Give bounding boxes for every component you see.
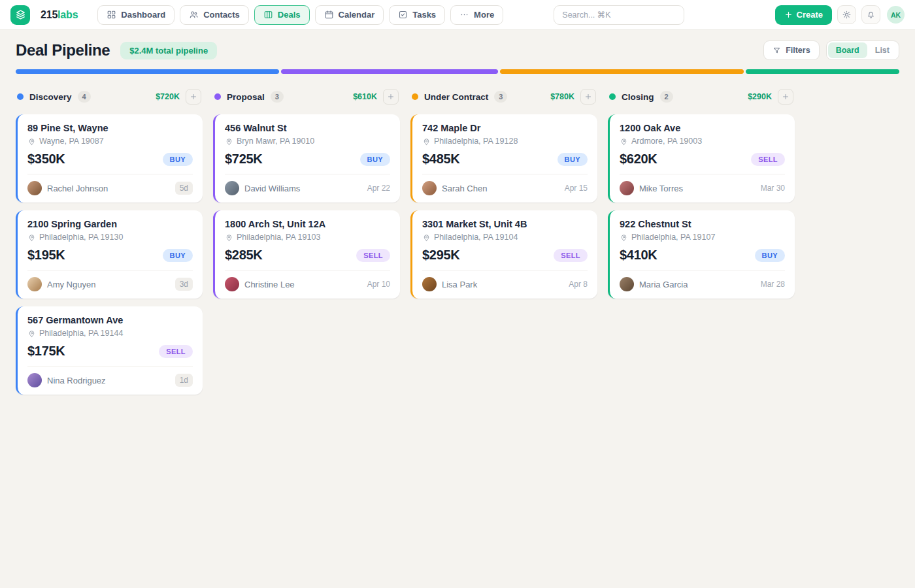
deal-location: Wayne, PA 19087 bbox=[39, 137, 104, 146]
board-column: Proposal 3 $610K 456 Walnut St Bryn Mawr… bbox=[213, 88, 400, 299]
notifications-button[interactable] bbox=[861, 5, 880, 24]
filter-icon bbox=[773, 46, 781, 55]
add-card-button[interactable] bbox=[778, 89, 793, 105]
deal-card[interactable]: 3301 Market St, Unit 4B Philadelphia, PA… bbox=[410, 210, 597, 299]
deal-address: 742 Maple Dr bbox=[422, 123, 588, 133]
agent-avatar bbox=[225, 181, 239, 195]
deal-type-badge: SELL bbox=[159, 345, 193, 358]
deal-type-badge: SELL bbox=[356, 249, 390, 262]
user-avatar[interactable]: AK bbox=[887, 6, 905, 24]
view-toggle: Board List bbox=[826, 41, 899, 60]
brand-prefix: 215 bbox=[41, 9, 58, 20]
deal-location: Philadelphia, PA 19103 bbox=[237, 233, 320, 242]
nav-item-contacts[interactable]: Contacts bbox=[180, 5, 249, 25]
deal-address: 1800 Arch St, Unit 12A bbox=[225, 219, 390, 229]
deal-card[interactable]: 2100 Spring Garden Philadelphia, PA 1913… bbox=[16, 210, 203, 299]
total-pipeline-badge: $2.4M total pipeline bbox=[120, 42, 217, 59]
filters-button[interactable]: Filters bbox=[763, 41, 820, 60]
view-list-button[interactable]: List bbox=[867, 42, 897, 58]
bell-icon bbox=[866, 10, 876, 20]
deal-address: 567 Germantown Ave bbox=[27, 315, 193, 325]
deal-card[interactable]: 1800 Arch St, Unit 12A Philadelphia, PA … bbox=[213, 210, 400, 299]
deal-price: $195K bbox=[27, 248, 65, 263]
deal-type-badge: BUY bbox=[755, 249, 785, 262]
create-label: Create bbox=[797, 10, 823, 20]
agent-name: Amy Nguyen bbox=[47, 280, 95, 289]
column-header: Discovery 4 $720K bbox=[17, 88, 201, 105]
nav-item-more[interactable]: More bbox=[450, 5, 503, 25]
page-title: Deal Pipeline bbox=[16, 41, 110, 59]
board-column: Closing 2 $290K 1200 Oak Ave Ardmore, PA… bbox=[608, 88, 795, 299]
deal-card[interactable]: 922 Chestnut St Philadelphia, PA 19107 $… bbox=[608, 210, 795, 299]
brand-name: 215labs bbox=[41, 9, 78, 21]
deal-date: Apr 10 bbox=[367, 280, 390, 289]
nav-item-calendar[interactable]: Calendar bbox=[315, 5, 384, 25]
column-total: $290K bbox=[748, 92, 772, 101]
plus-icon bbox=[784, 10, 793, 19]
deal-price: $285K bbox=[225, 248, 262, 263]
nav-item-dashboard[interactable]: Dashboard bbox=[97, 5, 175, 25]
add-card-button[interactable] bbox=[383, 89, 399, 105]
plus-icon bbox=[782, 93, 790, 101]
column-cards: 1200 Oak Ave Ardmore, PA 19003 $620K SEL… bbox=[608, 114, 795, 299]
create-button[interactable]: Create bbox=[775, 5, 832, 25]
plus-icon bbox=[387, 93, 395, 101]
deal-address: 3301 Market St, Unit 4B bbox=[422, 219, 588, 229]
agent-name: David Williams bbox=[244, 184, 300, 193]
pipeline-progress-bar bbox=[16, 69, 899, 74]
deal-date: 1d bbox=[175, 374, 193, 387]
stage-dot bbox=[17, 93, 24, 100]
theme-toggle-button[interactable] bbox=[837, 5, 856, 24]
deal-card[interactable]: 89 Pine St, Wayne Wayne, PA 19087 $350K … bbox=[16, 114, 203, 203]
map-pin-icon bbox=[27, 137, 36, 146]
view-board-button[interactable]: Board bbox=[828, 42, 867, 58]
agent-avatar bbox=[620, 277, 634, 291]
agent-avatar bbox=[27, 277, 42, 291]
column-count-badge: 4 bbox=[78, 91, 91, 103]
dashboard-icon bbox=[107, 10, 116, 20]
agent-name: Rachel Johnson bbox=[47, 184, 108, 193]
deal-card[interactable]: 742 Maple Dr Philadelphia, PA 19128 $485… bbox=[410, 114, 597, 203]
tasks-icon bbox=[398, 10, 408, 20]
nav-item-tasks[interactable]: Tasks bbox=[389, 5, 445, 25]
agent-name: Christine Lee bbox=[244, 280, 295, 289]
add-card-button[interactable] bbox=[580, 89, 596, 105]
filters-label: Filters bbox=[786, 46, 810, 55]
page-header: Deal Pipeline $2.4M total pipeline Filte… bbox=[0, 30, 915, 68]
agent-name: Mike Torres bbox=[639, 184, 683, 193]
deal-card[interactable]: 1200 Oak Ave Ardmore, PA 19003 $620K SEL… bbox=[608, 114, 795, 203]
column-count-badge: 3 bbox=[271, 91, 284, 103]
deal-location: Philadelphia, PA 19128 bbox=[434, 137, 518, 146]
board-column: Discovery 4 $720K 89 Pine St, Wayne Wayn… bbox=[16, 88, 203, 395]
deal-price: $410K bbox=[620, 248, 657, 263]
deal-date: 3d bbox=[175, 278, 193, 291]
map-pin-icon bbox=[27, 329, 36, 338]
deal-location: Philadelphia, PA 19144 bbox=[39, 329, 123, 338]
more-icon bbox=[459, 10, 469, 20]
deal-date: Apr 8 bbox=[569, 280, 588, 289]
deal-type-badge: BUY bbox=[557, 153, 588, 166]
deal-address: 1200 Oak Ave bbox=[620, 123, 785, 133]
column-count-badge: 3 bbox=[494, 91, 507, 103]
column-title: Closing bbox=[622, 92, 654, 102]
stage-dot bbox=[412, 93, 418, 100]
map-pin-icon bbox=[422, 137, 431, 146]
logo-icon[interactable] bbox=[10, 5, 30, 25]
pipeline-segment-under-contract bbox=[500, 69, 744, 74]
map-pin-icon bbox=[225, 233, 233, 242]
add-card-button[interactable] bbox=[186, 89, 201, 105]
deal-card[interactable]: 456 Walnut St Bryn Mawr, PA 19010 $725K … bbox=[213, 114, 400, 203]
agent-name: Nina Rodriguez bbox=[47, 376, 106, 385]
app-header: 215labs Dashboard Contacts Deals Calenda… bbox=[0, 0, 915, 30]
deal-date: Apr 22 bbox=[367, 184, 390, 193]
map-pin-icon bbox=[225, 137, 233, 146]
search-input[interactable] bbox=[554, 5, 684, 25]
deal-price: $620K bbox=[620, 152, 657, 167]
agent-avatar bbox=[422, 277, 437, 291]
plus-icon bbox=[190, 93, 197, 101]
deal-card[interactable]: 567 Germantown Ave Philadelphia, PA 1914… bbox=[16, 306, 203, 395]
deals-icon bbox=[263, 10, 273, 20]
agent-avatar bbox=[27, 373, 42, 387]
deal-price: $295K bbox=[422, 248, 459, 263]
nav-item-deals[interactable]: Deals bbox=[254, 5, 310, 25]
